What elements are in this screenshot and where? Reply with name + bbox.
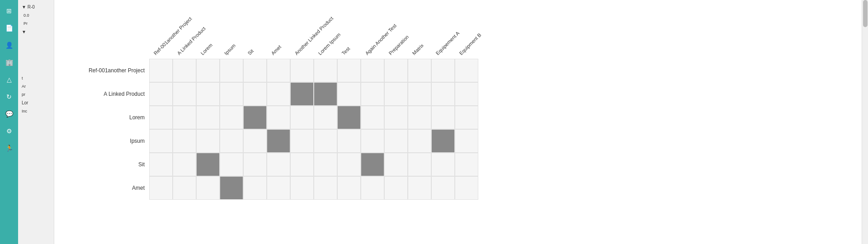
matrix-cell[interactable] (220, 82, 243, 106)
matrix-cell[interactable] (290, 82, 314, 106)
matrix-cell[interactable] (149, 129, 173, 153)
matrix-cell[interactable] (408, 176, 431, 200)
matrix-cell[interactable] (361, 82, 384, 106)
matrix-cell[interactable] (267, 106, 290, 129)
matrix-cell[interactable] (431, 129, 455, 153)
matrix-cell[interactable] (173, 59, 196, 82)
matrix-cell[interactable] (290, 59, 314, 82)
matrix-cell[interactable] (408, 59, 431, 82)
user-icon[interactable]: 👤 (2, 38, 16, 52)
left-panel-item[interactable]: ▼ (20, 28, 52, 35)
matrix-cell[interactable] (243, 176, 267, 200)
person-icon[interactable]: 🏃 (2, 141, 16, 155)
matrix-cell[interactable] (173, 106, 196, 129)
matrix-cell[interactable] (243, 59, 267, 82)
matrix-cell[interactable] (149, 176, 173, 200)
matrix-cell[interactable] (408, 153, 431, 176)
matrix-cell[interactable] (408, 106, 431, 129)
matrix-cell[interactable] (243, 106, 267, 129)
matrix-cell[interactable] (455, 82, 478, 106)
matrix-cell[interactable] (314, 129, 337, 153)
matrix-cell[interactable] (314, 153, 337, 176)
hierarchy-icon[interactable]: △ (2, 72, 16, 87)
matrix-cell[interactable] (314, 82, 337, 106)
matrix-cell[interactable] (408, 129, 431, 153)
scrollbar-thumb[interactable] (863, 0, 868, 27)
matrix-cell[interactable] (337, 153, 361, 176)
matrix-cell[interactable] (314, 59, 337, 82)
matrix-cell[interactable] (290, 129, 314, 153)
matrix-cell[interactable] (267, 82, 290, 106)
matrix-cell[interactable] (149, 153, 173, 176)
matrix-cell[interactable] (361, 59, 384, 82)
matrix-cell[interactable] (384, 129, 408, 153)
matrix-cell[interactable] (314, 106, 337, 129)
scrollbar[interactable] (862, 0, 868, 244)
matrix-cell[interactable] (196, 82, 220, 106)
matrix-cell[interactable] (361, 153, 384, 176)
settings-icon[interactable]: ⚙ (2, 124, 16, 138)
matrix-cell[interactable] (173, 153, 196, 176)
matrix-cell[interactable] (220, 106, 243, 129)
matrix-cell[interactable] (196, 59, 220, 82)
matrix-cell[interactable] (314, 176, 337, 200)
matrix-cell[interactable] (337, 129, 361, 153)
matrix-cell[interactable] (290, 153, 314, 176)
matrix-cell[interactable] (384, 153, 408, 176)
matrix-cell[interactable] (290, 176, 314, 200)
matrix-cell[interactable] (384, 176, 408, 200)
matrix-cell[interactable] (337, 59, 361, 82)
col-header-3: Ipsum (220, 5, 243, 59)
matrix-cell[interactable] (196, 106, 220, 129)
grid-icon[interactable]: ⊞ (2, 4, 16, 18)
col-header-label: Sit (247, 48, 255, 56)
matrix-cell[interactable] (220, 153, 243, 176)
matrix-cell[interactable] (455, 59, 478, 82)
matrix-cell[interactable] (196, 129, 220, 153)
matrix-cell[interactable] (267, 129, 290, 153)
matrix-cell[interactable] (173, 82, 196, 106)
matrix-cell[interactable] (455, 176, 478, 200)
matrix-cell[interactable] (361, 129, 384, 153)
matrix-cell[interactable] (220, 176, 243, 200)
refresh-icon[interactable]: ↻ (2, 89, 16, 104)
matrix-cell[interactable] (431, 59, 455, 82)
matrix-cell[interactable] (431, 153, 455, 176)
left-panel-item[interactable]: ▼ R-0 (20, 4, 52, 10)
matrix-cell[interactable] (455, 129, 478, 153)
matrix-cell[interactable] (408, 82, 431, 106)
matrix-cell[interactable] (384, 82, 408, 106)
matrix-cell[interactable] (337, 176, 361, 200)
matrix-cell[interactable] (384, 59, 408, 82)
matrix-cell[interactable] (149, 106, 173, 129)
matrix-cell[interactable] (196, 176, 220, 200)
matrix-cell[interactable] (361, 106, 384, 129)
matrix-cell[interactable] (196, 153, 220, 176)
matrix-cell[interactable] (173, 176, 196, 200)
building-icon[interactable]: 🏢 (2, 55, 16, 70)
matrix-cell[interactable] (149, 59, 173, 82)
matrix-cell[interactable] (243, 129, 267, 153)
matrix-cell[interactable] (173, 129, 196, 153)
matrix-cell[interactable] (243, 82, 267, 106)
matrix-cell[interactable] (337, 106, 361, 129)
matrix-cell[interactable] (220, 129, 243, 153)
matrix-cell[interactable] (431, 176, 455, 200)
matrix-cell[interactable] (384, 106, 408, 129)
left-panel-item[interactable]: Lor (20, 99, 52, 106)
matrix-cell[interactable] (455, 106, 478, 129)
matrix-cell[interactable] (337, 82, 361, 106)
matrix-cell[interactable] (431, 106, 455, 129)
chat-icon[interactable]: 💬 (2, 107, 16, 121)
matrix-cell[interactable] (361, 176, 384, 200)
matrix-cell[interactable] (220, 59, 243, 82)
matrix-cell[interactable] (267, 59, 290, 82)
matrix-cell[interactable] (243, 153, 267, 176)
matrix-cell[interactable] (290, 106, 314, 129)
matrix-cell[interactable] (149, 82, 173, 106)
file-icon[interactable]: 📄 (2, 21, 16, 35)
matrix-cell[interactable] (431, 82, 455, 106)
matrix-cell[interactable] (267, 153, 290, 176)
matrix-cell[interactable] (455, 153, 478, 176)
matrix-cell[interactable] (267, 176, 290, 200)
